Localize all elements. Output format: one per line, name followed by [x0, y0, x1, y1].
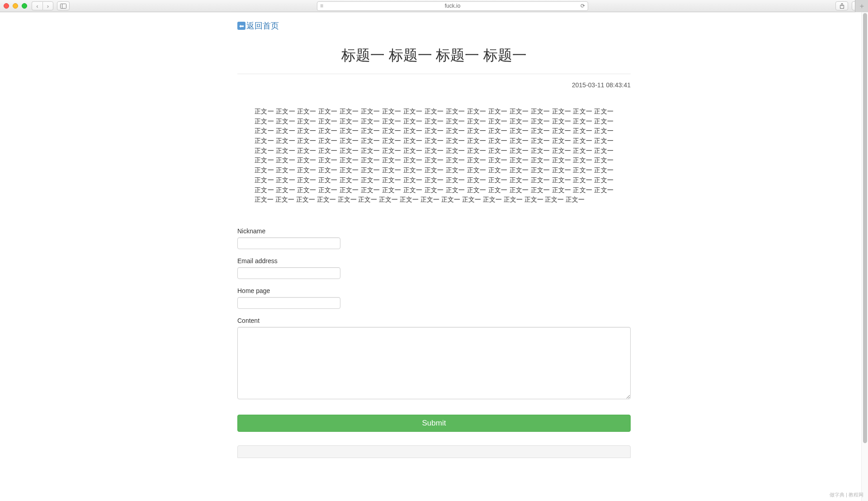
nickname-label: Nickname: [237, 227, 631, 235]
back-arrow-icon: ⬅: [237, 22, 245, 30]
svg-rect-0: [61, 4, 66, 8]
article-timestamp: 2015-03-11 08:43:41: [237, 81, 631, 89]
nav-buttons: ‹ ›: [32, 1, 53, 10]
reader-icon[interactable]: ≡: [320, 3, 323, 9]
homepage-label: Home page: [237, 287, 631, 294]
nickname-input[interactable]: [237, 237, 340, 249]
back-button[interactable]: ‹: [32, 1, 42, 10]
sidebar-toggle-button[interactable]: [57, 1, 70, 10]
close-window-button[interactable]: [4, 3, 9, 9]
share-button[interactable]: [835, 1, 848, 10]
address-bar[interactable]: ≡ fuck.io ⟳: [317, 1, 588, 11]
article-body: 正文一 正文一 正文一 正文一 正文一 正文一 正文一 正文一 正文一 正文一 …: [237, 107, 631, 205]
back-home-link[interactable]: ⬅ 返回首页: [237, 20, 279, 31]
homepage-input[interactable]: [237, 297, 340, 309]
minimize-window-button[interactable]: [13, 3, 18, 9]
scrollbar-track[interactable]: [861, 12, 868, 458]
comments-panel-header: [237, 445, 631, 458]
content-label: Content: [237, 317, 631, 324]
email-label: Email address: [237, 257, 631, 265]
new-tab-button[interactable]: +: [855, 0, 868, 12]
browser-toolbar: ‹ › ≡ fuck.io ⟳ +: [0, 0, 868, 12]
title-divider: [237, 74, 631, 74]
sidebar-icon: [60, 4, 66, 9]
forward-button[interactable]: ›: [42, 1, 53, 10]
email-input[interactable]: [237, 267, 340, 279]
article-title: 标题一 标题一 标题一 标题一: [237, 46, 631, 66]
window-controls: [4, 3, 27, 9]
url-text: fuck.io: [445, 3, 461, 9]
scrollbar-thumb[interactable]: [863, 13, 867, 443]
share-icon: [840, 3, 844, 9]
submit-button[interactable]: Submit: [237, 415, 631, 432]
back-link-label: 返回首页: [246, 20, 279, 31]
maximize-window-button[interactable]: [22, 3, 27, 9]
content-textarea[interactable]: [237, 327, 631, 399]
reload-icon[interactable]: ⟳: [580, 3, 585, 9]
